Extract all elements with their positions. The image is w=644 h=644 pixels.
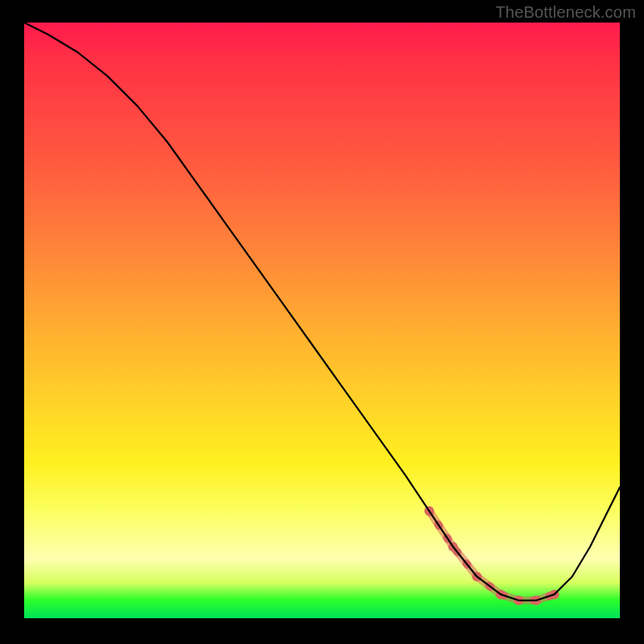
bottleneck-curve xyxy=(24,23,620,601)
optimal-zone-emphasis xyxy=(424,506,559,605)
curve-svg xyxy=(24,23,620,618)
plot-area xyxy=(24,23,620,618)
chart-stage: TheBottleneck.com xyxy=(0,0,644,644)
watermark-text: TheBottleneck.com xyxy=(495,3,636,22)
